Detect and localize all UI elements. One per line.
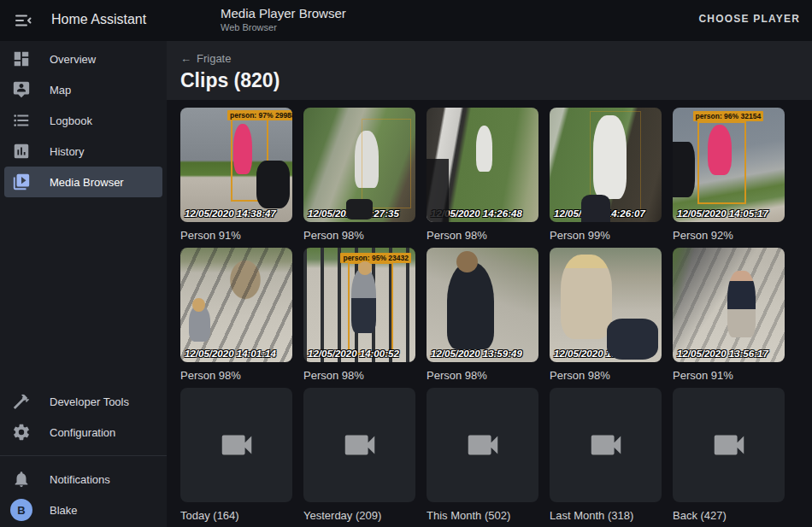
app-title: Home Assistant (51, 12, 146, 27)
clip-cell[interactable]: 12/05/2020 14:27:35 Person 98% (303, 108, 415, 242)
clip-caption: Person 99% (550, 229, 662, 242)
folder-cell[interactable]: Back (427) (673, 388, 785, 522)
bell-icon (12, 470, 31, 489)
video-camera-icon (217, 425, 256, 465)
video-camera-icon (340, 425, 380, 465)
breadcrumb-back[interactable]: ← Frigate (180, 52, 231, 65)
clip-thumbnail: 12/05/2020 14:01:14 (180, 248, 292, 362)
detection-bbox (231, 117, 269, 202)
folder-caption: Today (164) (180, 509, 292, 522)
detection-bbox (697, 121, 747, 203)
detection-bbox (590, 111, 641, 218)
clip-cell[interactable]: 12/05/2020 13:56:17 Person 91% (673, 248, 785, 382)
clip-caption: Person 98% (427, 229, 538, 242)
clip-thumbnail: person: 95% 23432 12/05/2020 14:00:52 (303, 248, 415, 362)
clip-cell[interactable]: person: 96% 32154 12/05/2020 14:05:17 Pe… (673, 108, 785, 242)
format-list-bulleted-icon (12, 111, 31, 130)
hammer-icon (12, 392, 31, 411)
clip-thumbnail: 12/05/2020 14:26:07 (550, 108, 662, 222)
content-header: ← Frigate Clips (820) (167, 41, 812, 100)
sidebar-footer-nav: Notifications B Blake (0, 464, 167, 525)
clip-cell[interactable]: 12/05/2020 13:59:49 Person 98% (427, 248, 538, 382)
sidebar-toggle-icon[interactable] (12, 10, 36, 31)
sidebar-item-blake[interactable]: B Blake (4, 495, 162, 525)
clip-timestamp: 12/05/2020 13:58:30 (554, 348, 645, 359)
chart-box-icon (12, 142, 31, 161)
clip-cell[interactable]: person: 97% 29988 12/05/2020 14:38:47 Pe… (180, 108, 292, 242)
folder-cell[interactable]: Yesterday (209) (303, 388, 415, 522)
clip-cell[interactable]: 12/05/2020 14:26:07 Person 99% (550, 108, 662, 242)
clip-caption: Person 98% (180, 369, 292, 382)
sidebar-item-history[interactable]: History (4, 136, 162, 167)
detection-bbox (362, 119, 411, 208)
sidebar-divider (0, 455, 167, 456)
folder-thumbnail (303, 388, 415, 502)
sidebar-item-map[interactable]: Map (4, 74, 162, 105)
clip-thumbnail: 12/05/2020 13:56:17 (673, 248, 785, 362)
detection-label: person: 95% 23432 (340, 253, 411, 263)
choose-player-button[interactable]: CHOOSE PLAYER (698, 13, 800, 25)
sidebar-main-nav: Overview Map Logbook History Media Brows… (0, 44, 167, 197)
clip-timestamp: 12/05/2020 14:27:35 (308, 208, 399, 219)
clip-caption: Person 92% (673, 229, 785, 242)
folder-thumbnail (427, 388, 538, 502)
clip-caption: Person 98% (427, 369, 538, 382)
folder-cell[interactable]: Today (164) (180, 388, 292, 522)
clip-caption: Person 98% (303, 369, 415, 382)
sidebar-item-notifications[interactable]: Notifications (4, 464, 162, 495)
clip-timestamp: 12/05/2020 14:00:52 (308, 348, 399, 359)
detection-label: person: 96% 32154 (693, 111, 764, 121)
avatar: B (10, 499, 32, 521)
clip-thumbnail: 12/05/2020 13:59:49 (427, 248, 538, 362)
clip-timestamp: 12/05/2020 14:05:17 (677, 208, 768, 219)
folder-thumbnail (550, 388, 662, 502)
clip-cell[interactable]: 12/05/2020 14:01:14 Person 98% (180, 248, 292, 382)
detection-bbox (348, 262, 392, 354)
folder-thumbnail (180, 388, 292, 502)
cog-icon (12, 423, 31, 442)
sidebar-tools-nav: Developer Tools Configuration (0, 386, 167, 448)
detection-label: person: 97% 29988 (227, 110, 292, 120)
video-camera-icon (463, 425, 503, 465)
clip-cell[interactable]: 12/05/2020 13:58:30 Person 98% (550, 248, 662, 382)
play-box-multiple-icon (12, 173, 31, 191)
tooltip-account-icon (12, 80, 31, 99)
sidebar: Overview Map Logbook History Media Brows… (0, 41, 167, 527)
clip-thumbnail: 12/05/2020 13:58:30 (550, 248, 662, 362)
sidebar-item-overview[interactable]: Overview (4, 44, 162, 74)
video-camera-icon (586, 425, 626, 465)
folder-caption: Back (427) (673, 509, 785, 522)
folder-thumbnail (673, 388, 785, 502)
sidebar-item-media-browser[interactable]: Media Browser (4, 167, 162, 197)
clip-timestamp: 12/05/2020 13:56:17 (677, 348, 768, 359)
folder-cell[interactable]: This Month (502) (427, 388, 538, 522)
clip-thumbnail: person: 97% 29988 12/05/2020 14:38:47 (180, 108, 292, 222)
clip-caption: Person 91% (673, 369, 785, 382)
page-heading: Clips (820) (180, 69, 279, 92)
clip-caption: Person 91% (180, 229, 292, 242)
folder-caption: This Month (502) (427, 509, 538, 522)
video-camera-icon (709, 425, 749, 465)
page-subtitle: Web Browser (221, 22, 346, 32)
breadcrumb-label: Frigate (197, 52, 231, 65)
folder-caption: Yesterday (209) (303, 509, 415, 522)
clip-cell[interactable]: 12/05/2020 14:26:48 Person 98% (427, 108, 538, 242)
page-title: Media Player Browser (221, 6, 346, 20)
view-dashboard-icon (12, 50, 31, 68)
folder-cell[interactable]: Last Month (318) (550, 388, 662, 522)
content-body: person: 97% 29988 12/05/2020 14:38:47 Pe… (167, 100, 812, 527)
clip-timestamp: 12/05/2020 13:59:49 (431, 348, 522, 359)
folder-caption: Last Month (318) (550, 509, 662, 522)
clip-caption: Person 98% (303, 229, 415, 242)
clip-caption: Person 98% (550, 369, 662, 382)
clip-timestamp: 12/05/2020 14:26:48 (431, 208, 522, 219)
sidebar-item-logbook[interactable]: Logbook (4, 105, 162, 136)
sidebar-item-configuration[interactable]: Configuration (4, 417, 162, 448)
home-assistant-app: Home Assistant Media Player Browser Web … (0, 0, 812, 527)
clip-thumbnail: person: 96% 32154 12/05/2020 14:05:17 (673, 108, 785, 222)
back-arrow-icon: ← (180, 52, 191, 65)
sidebar-item-developer-tools[interactable]: Developer Tools (4, 386, 162, 417)
page-title-block: Media Player Browser Web Browser (221, 6, 346, 32)
clip-cell[interactable]: person: 95% 23432 12/05/2020 14:00:52 Pe… (303, 248, 415, 382)
clip-timestamp: 12/05/2020 14:26:07 (554, 208, 645, 219)
